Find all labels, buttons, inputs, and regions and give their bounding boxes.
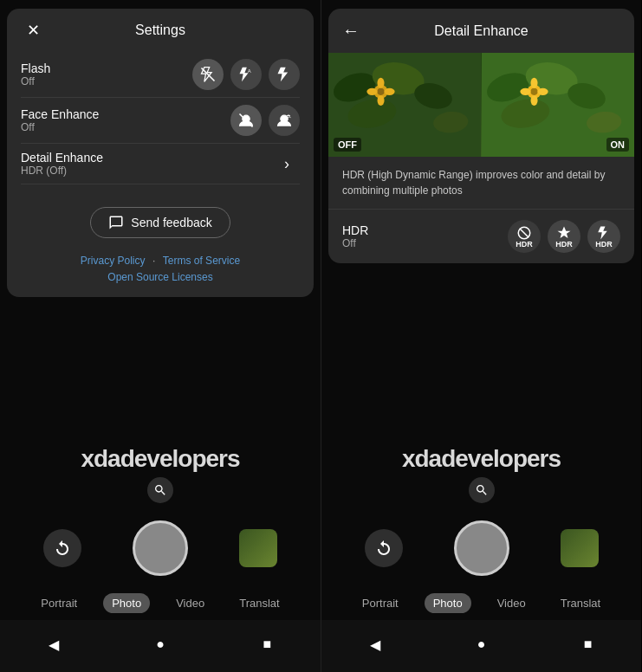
rotate-camera-btn-right[interactable] bbox=[365, 529, 403, 567]
detail-enhance-header: ← Detail Enhance bbox=[328, 9, 634, 53]
shutter-button-right[interactable] bbox=[454, 520, 509, 576]
image-off: OFF bbox=[328, 53, 482, 157]
flash-icons: A bbox=[192, 59, 300, 90]
svg-point-16 bbox=[385, 88, 395, 95]
svg-point-26 bbox=[530, 95, 537, 106]
right-phone-panel: ← Detail Enhance bbox=[321, 0, 641, 672]
send-feedback-button[interactable]: Send feedback bbox=[90, 207, 230, 238]
face-enhance-value: Off bbox=[21, 121, 99, 133]
flash-setting-row: Flash Off A bbox=[21, 52, 300, 98]
nav-bar-left: ◀ ● ■ bbox=[0, 620, 321, 672]
hdr-value: Off bbox=[342, 237, 368, 249]
hdr-icons: HDR HDR HDR bbox=[508, 220, 620, 253]
link-divider: · bbox=[152, 255, 155, 267]
back-nav-right[interactable]: ◀ bbox=[360, 629, 391, 660]
flash-on-icon[interactable] bbox=[269, 59, 300, 90]
svg-point-15 bbox=[366, 88, 377, 95]
zoom-area-right bbox=[321, 470, 641, 510]
hdr-off-btn[interactable]: HDR bbox=[508, 220, 541, 253]
recent-nav-right[interactable]: ■ bbox=[573, 629, 604, 660]
detail-enhance-value: HDR (Off) bbox=[21, 165, 103, 177]
on-label: ON bbox=[606, 138, 630, 152]
hdr-label: HDR Off bbox=[342, 223, 368, 249]
detail-enhance-label: Detail Enhance HDR (Off) bbox=[21, 151, 103, 177]
svg-point-13 bbox=[377, 78, 384, 88]
mode-translat-right[interactable]: Translat bbox=[552, 593, 609, 613]
mode-video-left[interactable]: Video bbox=[167, 593, 213, 613]
flash-value: Off bbox=[21, 75, 50, 87]
face-enhance-icons bbox=[230, 105, 300, 136]
image-on: ON bbox=[482, 53, 635, 157]
mode-video-right[interactable]: Video bbox=[489, 593, 535, 613]
flash-label: Flash Off bbox=[21, 61, 50, 87]
mode-photo-right[interactable]: Photo bbox=[425, 593, 471, 613]
close-button[interactable]: ✕ bbox=[21, 18, 45, 42]
open-source-link[interactable]: Open Source Licenses bbox=[21, 271, 300, 283]
detail-enhance-row: Detail Enhance HDR (Off) › bbox=[21, 144, 300, 184]
svg-point-12 bbox=[377, 88, 384, 95]
settings-links: Privacy Policy · Terms of Service Open S… bbox=[21, 247, 300, 283]
camera-controls-right bbox=[321, 510, 641, 586]
face-enhance-label: Face Enhance Off bbox=[21, 107, 99, 133]
mode-portrait-right[interactable]: Portrait bbox=[353, 593, 407, 613]
settings-overlay: ✕ Settings Flash Off A bbox=[7, 9, 314, 297]
face-enhance-row: Face Enhance Off bbox=[21, 98, 300, 144]
privacy-policy-link[interactable]: Privacy Policy bbox=[81, 255, 146, 267]
camera-controls-left bbox=[0, 510, 321, 586]
mode-photo-left[interactable]: Photo bbox=[103, 593, 150, 613]
detail-enhance-panel: ← Detail Enhance bbox=[328, 9, 634, 263]
back-button-right[interactable]: ← bbox=[342, 21, 360, 41]
home-nav-left[interactable]: ● bbox=[145, 629, 176, 660]
detail-enhance-name: Detail Enhance bbox=[21, 151, 103, 165]
back-nav-left[interactable]: ◀ bbox=[38, 629, 69, 660]
terms-link[interactable]: Terms of Service bbox=[163, 255, 240, 267]
face-enhance-name: Face Enhance bbox=[21, 107, 99, 121]
settings-header: ✕ Settings bbox=[21, 23, 300, 38]
rotate-camera-btn-left[interactable] bbox=[43, 529, 81, 567]
mode-translat-left[interactable]: Translat bbox=[230, 593, 288, 613]
detail-enhance-title: Detail Enhance bbox=[370, 23, 593, 39]
camera-bottom-left: Portrait Photo Video Translat ◀ ● ■ bbox=[0, 470, 321, 672]
detail-enhance-chevron[interactable]: › bbox=[274, 151, 300, 177]
hdr-section: HDR Off HDR HDR bbox=[328, 210, 634, 263]
mode-portrait-left[interactable]: Portrait bbox=[32, 593, 86, 613]
face-enhance-off-icon[interactable] bbox=[230, 105, 262, 136]
svg-point-28 bbox=[537, 88, 548, 95]
feedback-label: Send feedback bbox=[131, 216, 211, 229]
hdr-on-btn[interactable]: HDR bbox=[587, 220, 620, 253]
home-nav-right[interactable]: ● bbox=[466, 629, 497, 660]
face-enhance-on-icon[interactable] bbox=[269, 105, 300, 136]
zoom-icon-left[interactable] bbox=[147, 477, 173, 503]
svg-point-27 bbox=[520, 88, 530, 95]
svg-point-14 bbox=[377, 95, 384, 106]
shutter-button-left[interactable] bbox=[133, 520, 188, 576]
feedback-icon bbox=[108, 215, 124, 230]
recent-nav-left[interactable]: ■ bbox=[251, 629, 282, 660]
nav-bar-right: ◀ ● ■ bbox=[321, 620, 641, 672]
camera-modes-right: Portrait Photo Video Translat bbox=[321, 586, 641, 620]
camera-bottom-right: Portrait Photo Video Translat ◀ ● ■ bbox=[321, 470, 641, 672]
comparison-image-inner: OFF bbox=[328, 53, 634, 157]
thumbnail-left[interactable] bbox=[239, 529, 277, 567]
svg-line-30 bbox=[520, 228, 529, 237]
svg-point-25 bbox=[530, 78, 537, 88]
hdr-auto-btn[interactable]: HDR bbox=[548, 220, 580, 253]
off-label: OFF bbox=[334, 138, 361, 152]
flash-name: Flash bbox=[21, 61, 50, 75]
svg-point-24 bbox=[530, 88, 537, 95]
left-phone-panel: ✕ Settings Flash Off A bbox=[0, 0, 321, 672]
settings-title: Settings bbox=[135, 23, 185, 38]
zoom-area-left bbox=[0, 470, 321, 510]
svg-text:A: A bbox=[248, 68, 251, 74]
flash-off-icon[interactable] bbox=[192, 59, 224, 90]
comparison-image: OFF bbox=[328, 53, 634, 157]
flash-auto-icon[interactable]: A bbox=[230, 59, 262, 90]
zoom-icon-right[interactable] bbox=[469, 477, 495, 503]
hdr-name: HDR bbox=[342, 223, 368, 237]
hdr-description: HDR (High Dynamic Range) improves color … bbox=[328, 157, 634, 210]
camera-modes-left: Portrait Photo Video Translat bbox=[0, 586, 321, 620]
thumbnail-right[interactable] bbox=[561, 529, 599, 567]
